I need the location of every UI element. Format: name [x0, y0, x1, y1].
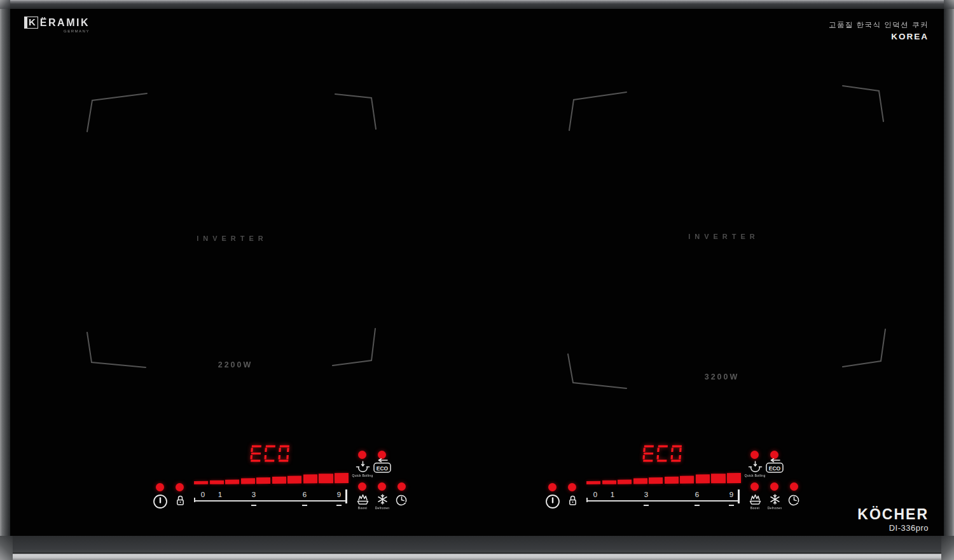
frame-corner — [0, 0, 10, 9]
boost-icon — [356, 493, 370, 505]
quick-boiling-indicator-dot — [358, 451, 366, 459]
lock-button[interactable] — [176, 495, 185, 509]
eco-mode-icon: ECO — [764, 458, 785, 474]
defrost-label: Defrozen — [370, 506, 394, 509]
timer-indicator-dot — [790, 482, 798, 491]
power-level-slider[interactable] — [194, 472, 349, 484]
power-button[interactable] — [544, 493, 561, 512]
power-indicator-dot — [548, 483, 556, 491]
scale-line — [588, 500, 738, 502]
keramik-logo-mark: K — [24, 17, 38, 29]
scale-number-1: 1 — [215, 491, 225, 498]
defrost-indicator-dot — [378, 482, 386, 491]
lock-icon — [568, 495, 577, 506]
lock-button[interactable] — [568, 495, 577, 509]
led-display-eco — [250, 445, 289, 462]
power-icon — [544, 493, 561, 510]
right-zone-inverter-label: INVERTER — [673, 233, 775, 240]
eco-mode-icon: ECO — [372, 458, 392, 474]
timer-button[interactable] — [788, 494, 800, 509]
quick-boiling-label: Quick Boiling — [742, 474, 767, 477]
boost-indicator-dot — [358, 482, 366, 491]
boost-icon — [748, 493, 763, 505]
korean-tagline: 고품질 한국식 인덕션 쿠커 — [829, 20, 929, 30]
keramik-logo: K ËRAMIK GERMANY — [24, 17, 90, 33]
induction-cooktop: K ËRAMIK GERMANY 고품질 한국식 인덕션 쿠커 KOREA IN… — [0, 0, 954, 560]
keramik-logo-text: ËRAMIK — [40, 17, 90, 29]
power-button[interactable] — [152, 493, 169, 512]
scale-tick-start — [194, 498, 195, 502]
timer-button[interactable] — [396, 494, 408, 509]
scale-dash — [729, 505, 734, 506]
footer-brand: KÖCHER DI-336pro — [857, 506, 929, 533]
frame-top-bezel — [0, 0, 954, 9]
scale-line — [195, 500, 345, 502]
scale-number-9: 9 — [334, 491, 344, 498]
frame-corner — [941, 536, 954, 560]
model-number: DI-336pro — [857, 523, 929, 533]
left-zone-watt-label: 2200W — [204, 360, 267, 369]
scale-dash — [695, 505, 700, 506]
boost-indicator-dot — [750, 482, 759, 491]
quick-boiling-icon — [356, 461, 370, 473]
left-zone-markings — [83, 89, 382, 375]
right-zone-watt-label: 3200W — [690, 372, 754, 381]
scale-number-6: 6 — [300, 491, 310, 498]
scale-dash — [644, 505, 649, 506]
lock-icon — [176, 495, 185, 506]
frame-right-bezel — [944, 0, 954, 560]
power-level-slider[interactable] — [586, 472, 741, 484]
scale-tick-end — [345, 489, 347, 503]
scale-dash — [251, 505, 256, 506]
eco-button[interactable]: ECO — [764, 458, 785, 477]
scale-tick-start — [586, 498, 588, 502]
defrost-button[interactable] — [770, 494, 780, 507]
power-indicator-dot — [156, 483, 164, 491]
defrost-indicator-dot — [770, 482, 778, 491]
scale-dash — [302, 505, 307, 506]
frame-corner — [0, 536, 13, 560]
lock-indicator-dot — [176, 483, 184, 491]
scale-number-3: 3 — [249, 491, 259, 498]
scale-number-9: 9 — [726, 491, 736, 498]
kocher-logo: KÖCHER — [857, 506, 929, 523]
scale-number-1: 1 — [607, 491, 618, 498]
header-right: 고품질 한국식 인덕션 쿠커 KOREA — [829, 20, 929, 41]
frame-corner — [944, 0, 954, 9]
frame-bottom-bezel — [0, 536, 954, 560]
left-zone-inverter-label: INVERTER — [181, 235, 283, 242]
glass-surface: K ËRAMIK GERMANY 고품질 한국식 인덕션 쿠커 KOREA IN… — [10, 9, 944, 536]
scale-number-0: 0 — [590, 491, 600, 498]
slider-scale[interactable]: 0 1 3 6 9 — [588, 491, 738, 510]
frame-left-bezel — [0, 0, 10, 560]
timer-clock-icon — [788, 494, 800, 506]
defrost-label: Defrozen — [762, 506, 787, 509]
svg-text:ECO: ECO — [769, 465, 781, 472]
svg-text:ECO: ECO — [377, 465, 389, 472]
quick-boiling-indicator-dot — [750, 451, 759, 459]
quick-boiling-label: Quick Boiling — [350, 474, 375, 477]
timer-indicator-dot — [398, 482, 406, 491]
power-icon — [152, 493, 169, 510]
scale-number-6: 6 — [692, 491, 702, 498]
led-display-eco — [642, 445, 682, 462]
keramik-logo-subtext: GERMANY — [24, 29, 90, 33]
scale-tick-end — [738, 489, 740, 503]
lock-indicator-dot — [568, 483, 576, 491]
right-control-panel: ECO 0 1 3 — [542, 443, 806, 518]
defrost-snowflake-icon — [770, 494, 780, 505]
country-label: KOREA — [829, 32, 929, 41]
left-control-panel: ECO 0 1 — [149, 443, 413, 518]
eco-button[interactable]: ECO — [372, 458, 392, 477]
timer-clock-icon — [396, 494, 408, 506]
scale-number-0: 0 — [198, 491, 208, 498]
scale-dash — [336, 505, 342, 506]
slider-scale[interactable]: 0 1 3 6 9 — [195, 491, 345, 510]
defrost-button[interactable] — [377, 494, 388, 507]
scale-number-3: 3 — [641, 491, 651, 498]
quick-boiling-icon — [748, 461, 763, 473]
defrost-snowflake-icon — [377, 494, 388, 505]
